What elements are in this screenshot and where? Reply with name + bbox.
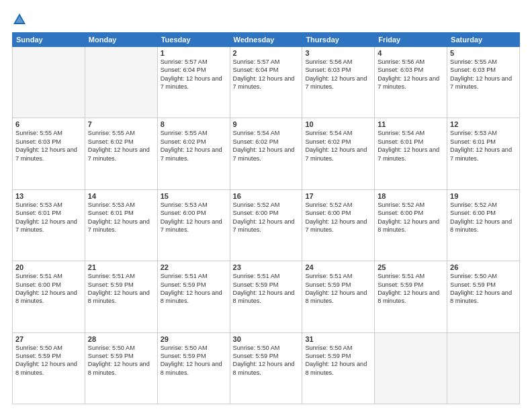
sunset: Sunset: 5:59 PM bbox=[88, 353, 134, 359]
daylight: Daylight: 12 hours and 8 minutes. bbox=[161, 289, 222, 304]
calendar-cell: 7Sunrise: 5:55 AMSunset: 6:02 PMDaylight… bbox=[85, 118, 157, 189]
daylight: Daylight: 12 hours and 8 minutes. bbox=[450, 218, 512, 233]
calendar-cell: 24Sunrise: 5:51 AMSunset: 5:59 PMDayligh… bbox=[302, 261, 375, 332]
cell-info: Sunrise: 5:55 AMSunset: 6:02 PMDaylight:… bbox=[161, 129, 227, 163]
sunrise: Sunrise: 5:54 AM bbox=[378, 130, 425, 136]
daylight: Daylight: 12 hours and 7 minutes. bbox=[450, 75, 512, 90]
calendar-cell: 18Sunrise: 5:52 AMSunset: 6:00 PMDayligh… bbox=[375, 189, 447, 261]
cell-info: Sunrise: 5:55 AMSunset: 6:03 PMDaylight:… bbox=[15, 129, 82, 163]
day-number: 4 bbox=[378, 49, 444, 57]
daylight: Daylight: 12 hours and 7 minutes. bbox=[161, 75, 222, 90]
sunset: Sunset: 6:03 PM bbox=[15, 138, 61, 145]
daylight: Daylight: 12 hours and 7 minutes. bbox=[305, 146, 367, 161]
sunrise: Sunrise: 5:53 AM bbox=[88, 201, 135, 208]
day-number: 28 bbox=[88, 335, 154, 343]
day-number: 26 bbox=[450, 263, 517, 271]
sunset: Sunset: 6:02 PM bbox=[233, 138, 279, 145]
cell-info: Sunrise: 5:50 AMSunset: 5:59 PMDaylight:… bbox=[88, 344, 154, 377]
day-number: 23 bbox=[233, 263, 300, 271]
day-number: 16 bbox=[233, 192, 300, 200]
daylight: Daylight: 12 hours and 8 minutes. bbox=[15, 361, 77, 375]
day-number: 2 bbox=[233, 49, 300, 57]
cell-info: Sunrise: 5:51 AMSunset: 5:59 PMDaylight:… bbox=[305, 272, 371, 306]
calendar-cell: 28Sunrise: 5:50 AMSunset: 5:59 PMDayligh… bbox=[85, 332, 157, 404]
sunrise: Sunrise: 5:55 AM bbox=[161, 130, 208, 136]
calendar-cell: 15Sunrise: 5:53 AMSunset: 6:00 PMDayligh… bbox=[157, 189, 230, 261]
cell-info: Sunrise: 5:51 AMSunset: 5:59 PMDaylight:… bbox=[88, 272, 154, 306]
day-number: 22 bbox=[161, 263, 227, 271]
logo bbox=[12, 12, 30, 27]
sunrise: Sunrise: 5:56 AM bbox=[305, 58, 352, 65]
daylight: Daylight: 12 hours and 8 minutes. bbox=[378, 218, 439, 233]
daylight: Daylight: 12 hours and 7 minutes. bbox=[15, 146, 77, 161]
daylight: Daylight: 12 hours and 7 minutes. bbox=[161, 218, 222, 233]
sunset: Sunset: 6:03 PM bbox=[450, 66, 496, 73]
sunrise: Sunrise: 5:50 AM bbox=[305, 345, 352, 351]
cell-info: Sunrise: 5:54 AMSunset: 6:02 PMDaylight:… bbox=[305, 129, 371, 163]
calendar-week-4: 27Sunrise: 5:50 AMSunset: 5:59 PMDayligh… bbox=[13, 332, 520, 404]
daylight: Daylight: 12 hours and 8 minutes. bbox=[88, 289, 150, 304]
weekday-header-wednesday: Wednesday bbox=[230, 33, 302, 47]
cell-info: Sunrise: 5:54 AMSunset: 6:01 PMDaylight:… bbox=[378, 129, 444, 163]
sunrise: Sunrise: 5:50 AM bbox=[233, 345, 280, 351]
cell-info: Sunrise: 5:53 AMSunset: 6:01 PMDaylight:… bbox=[15, 201, 82, 234]
calendar-table: SundayMondayTuesdayWednesdayThursdayFrid… bbox=[12, 32, 520, 404]
sunrise: Sunrise: 5:50 AM bbox=[161, 345, 208, 351]
calendar-cell: 26Sunrise: 5:50 AMSunset: 5:59 PMDayligh… bbox=[447, 261, 520, 332]
daylight: Daylight: 12 hours and 8 minutes. bbox=[233, 361, 295, 375]
day-number: 12 bbox=[450, 120, 517, 128]
day-number: 7 bbox=[88, 120, 154, 128]
sunrise: Sunrise: 5:56 AM bbox=[378, 58, 425, 65]
sunset: Sunset: 6:01 PM bbox=[450, 138, 496, 145]
day-number: 15 bbox=[161, 192, 227, 200]
cell-info: Sunrise: 5:55 AMSunset: 6:03 PMDaylight:… bbox=[450, 58, 517, 91]
daylight: Daylight: 12 hours and 7 minutes. bbox=[450, 146, 512, 161]
sunset: Sunset: 6:02 PM bbox=[305, 138, 351, 145]
calendar-body: 1Sunrise: 5:57 AMSunset: 6:04 PMDaylight… bbox=[13, 47, 520, 404]
calendar-cell: 6Sunrise: 5:55 AMSunset: 6:03 PMDaylight… bbox=[13, 118, 85, 189]
calendar-cell: 3Sunrise: 5:56 AMSunset: 6:03 PMDaylight… bbox=[302, 47, 375, 118]
day-number: 3 bbox=[305, 49, 371, 57]
sunrise: Sunrise: 5:53 AM bbox=[450, 130, 497, 136]
calendar-cell: 27Sunrise: 5:50 AMSunset: 5:59 PMDayligh… bbox=[13, 332, 85, 404]
sunset: Sunset: 5:59 PM bbox=[161, 281, 206, 288]
page: SundayMondayTuesdayWednesdayThursdayFrid… bbox=[0, 0, 532, 411]
sunrise: Sunrise: 5:52 AM bbox=[450, 201, 497, 208]
day-number: 14 bbox=[88, 192, 154, 200]
day-number: 11 bbox=[378, 120, 444, 128]
weekday-header-sunday: Sunday bbox=[13, 33, 85, 47]
calendar-cell: 25Sunrise: 5:51 AMSunset: 5:59 PMDayligh… bbox=[375, 261, 447, 332]
day-number: 18 bbox=[378, 192, 444, 200]
sunrise: Sunrise: 5:55 AM bbox=[88, 130, 135, 136]
sunset: Sunset: 5:59 PM bbox=[15, 353, 61, 359]
sunrise: Sunrise: 5:51 AM bbox=[15, 273, 62, 279]
cell-info: Sunrise: 5:53 AMSunset: 6:01 PMDaylight:… bbox=[88, 201, 154, 234]
day-number: 30 bbox=[233, 335, 300, 343]
sunset: Sunset: 6:03 PM bbox=[378, 66, 423, 73]
header bbox=[12, 12, 520, 27]
day-number: 17 bbox=[305, 192, 371, 200]
day-number: 1 bbox=[161, 49, 227, 57]
logo-icon bbox=[12, 12, 27, 27]
sunrise: Sunrise: 5:57 AM bbox=[161, 58, 208, 65]
sunrise: Sunrise: 5:51 AM bbox=[233, 273, 280, 279]
cell-info: Sunrise: 5:50 AMSunset: 5:59 PMDaylight:… bbox=[305, 344, 371, 377]
calendar-cell: 23Sunrise: 5:51 AMSunset: 5:59 PMDayligh… bbox=[230, 261, 302, 332]
daylight: Daylight: 12 hours and 8 minutes. bbox=[161, 361, 222, 375]
calendar-cell: 9Sunrise: 5:54 AMSunset: 6:02 PMDaylight… bbox=[230, 118, 302, 189]
weekday-header-friday: Friday bbox=[375, 33, 447, 47]
day-number: 21 bbox=[88, 263, 154, 271]
daylight: Daylight: 12 hours and 7 minutes. bbox=[233, 146, 295, 161]
day-number: 8 bbox=[161, 120, 227, 128]
sunset: Sunset: 5:59 PM bbox=[233, 281, 279, 288]
calendar-cell: 31Sunrise: 5:50 AMSunset: 5:59 PMDayligh… bbox=[302, 332, 375, 404]
cell-info: Sunrise: 5:52 AMSunset: 6:00 PMDaylight:… bbox=[450, 201, 517, 234]
day-number: 20 bbox=[15, 263, 82, 271]
daylight: Daylight: 12 hours and 7 minutes. bbox=[378, 75, 439, 90]
sunrise: Sunrise: 5:51 AM bbox=[378, 273, 425, 279]
daylight: Daylight: 12 hours and 7 minutes. bbox=[305, 75, 367, 90]
calendar-cell bbox=[447, 332, 520, 404]
calendar-cell: 1Sunrise: 5:57 AMSunset: 6:04 PMDaylight… bbox=[157, 47, 230, 118]
sunrise: Sunrise: 5:57 AM bbox=[233, 58, 280, 65]
day-number: 6 bbox=[15, 120, 82, 128]
